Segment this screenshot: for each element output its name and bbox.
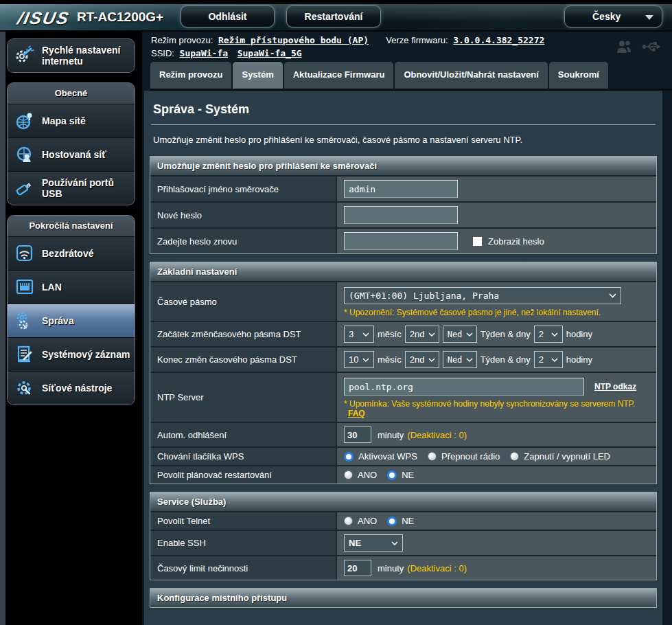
dst-end-day-select[interactable]: Ned — [443, 351, 477, 368]
logout-button[interactable]: Odhlásit — [181, 5, 275, 27]
content-panel: Správa - Systém Umožňuje změnit heslo pr… — [144, 91, 662, 625]
table-row: Autom. odhlášení minuty (Deaktivaci : 0) — [150, 422, 656, 446]
timezone-selected-value: (GMT+01:00) Ljubljana, Praha — [349, 291, 499, 301]
dst-start-month-value: 3 — [349, 329, 354, 339]
page-description: Umožňuje změnit heslo pro přihlášení ke … — [144, 125, 662, 156]
usb-status-icon[interactable] — [642, 40, 661, 56]
radio-activate-wps[interactable] — [344, 452, 354, 462]
ssid-5g-link[interactable]: SupaWi-fa_5G — [237, 48, 302, 58]
ssid-24g-link[interactable]: SupaWi-fa — [180, 48, 228, 58]
chevron-down-icon — [428, 358, 435, 362]
system-log-icon — [14, 344, 36, 365]
mode-label: Režim provozu: — [151, 35, 213, 45]
tab-restore-save-upload[interactable]: Obnovit/Uložit/Nahrát nastavení — [395, 62, 547, 89]
row-label: Autom. odhlášení — [150, 423, 337, 446]
ntp-link[interactable]: NTP odkaz — [594, 382, 636, 391]
sidebar-item-network-map[interactable]: Mapa sítě — [8, 104, 135, 137]
dst-start-hour-select[interactable]: 2 — [534, 326, 563, 343]
timezone-select[interactable]: (GMT+01:00) Ljubljana, Praha — [344, 287, 621, 304]
week-day-text: Týden & dny — [480, 329, 531, 339]
radio-toggle-radio[interactable] — [428, 452, 437, 461]
dst-start-day-select[interactable]: Ned — [443, 326, 477, 343]
chevron-down-icon — [551, 358, 558, 362]
auto-logout-minutes-input[interactable] — [344, 427, 371, 443]
network-map-icon — [14, 111, 36, 131]
tab-firmware-upgrade[interactable]: Aktualizace Firmwaru — [284, 62, 394, 89]
idle-timeout-minutes-input[interactable] — [344, 560, 371, 576]
row-label: Zadejte heslo znovu — [150, 229, 337, 253]
show-password-checkbox[interactable] — [472, 236, 483, 247]
enable-ssh-select[interactable]: NE — [344, 534, 403, 552]
sidebar-item-lan[interactable]: LAN — [8, 270, 135, 304]
radio-reboot-scheduler-no[interactable] — [387, 470, 397, 480]
radio-reboot-scheduler-yes[interactable] — [344, 470, 353, 479]
sidebar-item-usb-application[interactable]: Používání portů USB — [8, 171, 135, 205]
dst-end-hour-select[interactable]: 2 — [534, 351, 563, 368]
table-row: Povolit plánovač restartování ANO NE — [150, 465, 656, 484]
router-login-name-input[interactable] — [344, 180, 458, 198]
dst-end-day-value: Ned — [448, 355, 463, 365]
table-row: Konec změn časového pásma DST 10 měsíc 2… — [150, 346, 656, 372]
mode-link[interactable]: Režim přístupového bodu (AP) — [218, 35, 369, 45]
reboot-button[interactable]: Restartování — [286, 5, 381, 27]
general-panel: Obecné Mapa sítě — [7, 82, 135, 205]
tab-privacy[interactable]: Soukromí — [549, 62, 608, 89]
radio-label: NE — [402, 516, 414, 526]
info-line-mode: Režim provozu: Režim přístupového bodu (… — [151, 35, 544, 45]
chevron-down-icon — [391, 541, 398, 545]
new-password-input[interactable] — [344, 206, 458, 224]
month-text: měsíc — [378, 354, 402, 365]
sidebar-item-label: LAN — [42, 282, 62, 293]
firmware-version-link[interactable]: 3.0.0.4.382_52272 — [453, 35, 544, 45]
sidebar-item-administration[interactable]: Správa — [8, 304, 135, 337]
sidebar-item-guest-network[interactable]: Hostovaná síť — [8, 137, 135, 171]
faq-link[interactable]: FAQ — [348, 409, 365, 418]
dst-start-week-select[interactable]: 2nd — [405, 326, 439, 343]
router-admin-screen: /ISUS RT-AC1200G+ Odhlásit Restartování … — [0, 0, 672, 625]
asus-logo: /ISUS — [16, 8, 71, 28]
dst-end-month-select[interactable]: 10 — [344, 351, 374, 368]
dst-end-week-value: 2nd — [410, 354, 425, 365]
week-day-text: Týden & dny — [480, 354, 531, 365]
clients-icon[interactable] — [616, 40, 632, 56]
guest-network-icon — [14, 144, 36, 165]
basic-settings-section: Základní nastavení Časové pásmo (GMT+01:… — [150, 262, 657, 484]
table-row: Přihlašovací jméno směrovače — [150, 175, 656, 201]
month-text: měsíc — [378, 329, 402, 339]
table-row: Začátek změnčasového pásma DST 3 měsíc 2… — [150, 321, 656, 346]
sidebar-item-label: Správa — [42, 315, 74, 326]
sidebar-item-quick-internet-setup[interactable]: Rychlé nastavení internetu — [8, 39, 135, 72]
firmware-label: Verze firmwaru: — [386, 35, 448, 45]
retype-password-input[interactable] — [344, 232, 458, 250]
router-model: RT-AC1200G+ — [77, 10, 163, 25]
row-label: Časové pásmo — [150, 282, 337, 321]
service-section-header: Service (Služba) — [150, 492, 656, 511]
hour-text: hodiny — [566, 329, 592, 339]
sidebar-item-wireless[interactable]: Bezdrátové — [8, 236, 135, 270]
dst-start-month-select[interactable]: 3 — [344, 326, 374, 343]
table-row: Časový limit nečinnosti minuty (Deaktiva… — [150, 555, 656, 580]
sidebar-item-network-tools[interactable]: Síťové nástroje — [8, 371, 135, 405]
radio-telnet-no[interactable] — [387, 516, 397, 526]
info-bar: Režim provozu: Režim přístupového bodu (… — [142, 32, 672, 62]
tab-system[interactable]: Systém — [233, 62, 282, 89]
usb-drive-icon — [14, 178, 36, 198]
sidebar-item-system-log[interactable]: Systémový záznam — [8, 337, 135, 371]
row-label: Chování tlačítka WPS — [150, 448, 337, 465]
ntp-server-input[interactable] — [344, 378, 584, 396]
language-dropdown[interactable]: Česky — [564, 5, 662, 27]
basic-section-header: Základní nastavení — [150, 262, 656, 281]
dst-end-week-select[interactable]: 2nd — [405, 351, 439, 368]
deactivate-hint: (Deaktivaci : 0) — [407, 563, 467, 573]
radio-telnet-yes[interactable] — [344, 516, 353, 525]
chevron-down-icon — [466, 332, 473, 337]
top-bar: /ISUS RT-AC1200G+ Odhlásit Restartování … — [0, 0, 672, 32]
chevron-down-icon — [362, 358, 369, 362]
dst-end-month-value: 10 — [349, 354, 358, 365]
tab-operation-mode[interactable]: Režim provozu — [150, 62, 231, 89]
table-row: Časové pásmo (GMT+01:00) Ljubljana, Prah… — [150, 281, 656, 321]
radio-led-onoff[interactable] — [510, 452, 519, 461]
local-access-section: Konfigurace místního přístupu — [150, 588, 657, 608]
advanced-panel: Pokročilá nastavení Bezdrátové — [7, 215, 135, 405]
left-edge-strip — [0, 32, 5, 625]
